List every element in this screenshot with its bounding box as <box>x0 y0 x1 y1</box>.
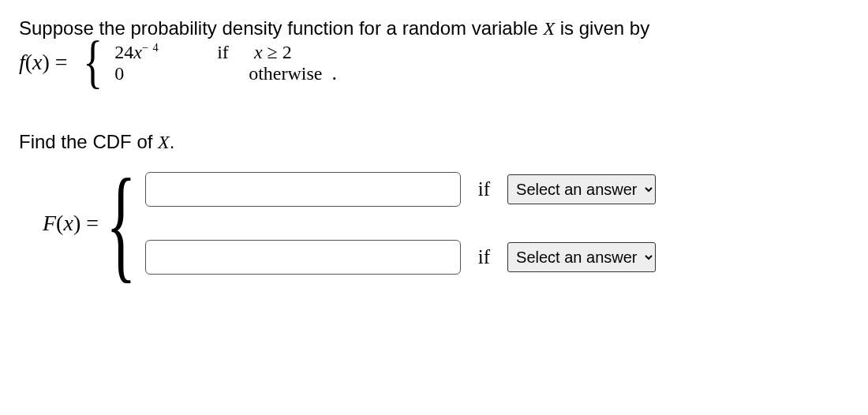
cdf-case-2: if Select an answer <box>145 240 656 275</box>
cdf-case2-input[interactable] <box>145 240 461 275</box>
pdf-lhs: f(x) = <box>19 50 68 75</box>
cdf-case1-if: if <box>478 178 490 200</box>
cdf-case2-select[interactable]: Select an answer <box>507 242 656 272</box>
cdf-case2-if: if <box>478 246 490 268</box>
pdf-case-1: 24x− 4 if x ≥ 2 <box>114 41 322 63</box>
cdf-case1-input[interactable] <box>145 172 461 207</box>
pdf-definition: f(x) = { 24x− 4 if x ≥ 2 0 otherwise . <box>19 39 849 85</box>
cdf-answer-area: F(x) = { if Select an answer if Select a… <box>19 172 849 275</box>
problem-intro: Suppose the probability density function… <box>19 16 849 41</box>
find-cdf-prompt: Find the CDF of X. <box>19 131 849 153</box>
pdf-brace: { <box>83 42 103 83</box>
intro-var-X: X <box>543 18 555 39</box>
cdf-lhs: F(x) = <box>43 211 99 236</box>
intro-text-post: is given by <box>555 17 649 39</box>
pdf-period: . <box>332 62 338 85</box>
cdf-brace: { <box>106 176 136 271</box>
pdf-cases: 24x− 4 if x ≥ 2 0 otherwise <box>114 41 322 84</box>
cdf-case-1: if Select an answer <box>145 172 656 207</box>
cdf-case1-select[interactable]: Select an answer <box>507 174 656 204</box>
pdf-case-2: 0 otherwise <box>114 63 322 84</box>
